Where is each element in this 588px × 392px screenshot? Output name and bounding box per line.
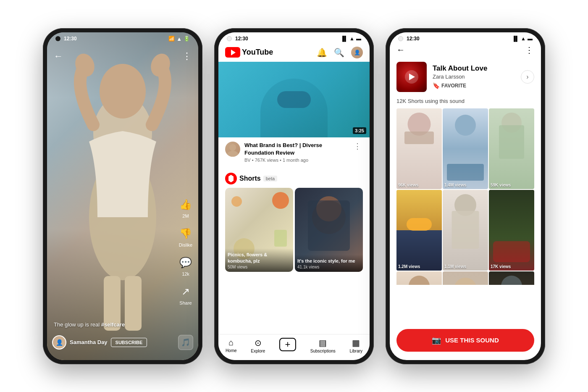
- short-thumb-1: Picnics, flowers & kombucha, plz 50M vie…: [225, 188, 293, 272]
- camera-dot-2: [227, 36, 232, 41]
- use-sound-label: USE THIS SOUND: [445, 337, 499, 344]
- short-title-2: It's the iconic style, for me: [297, 258, 360, 264]
- notification-icon[interactable]: 🔔: [317, 47, 327, 58]
- video-caption: The glow up is real #selfcare: [54, 321, 165, 328]
- status-bar-3: 12:30 ▐▌ ▲ ▬: [390, 32, 541, 43]
- sound-count-text: 12K Shorts using this sound: [396, 98, 465, 104]
- dislike-label: Dislike: [179, 242, 192, 247]
- library-label: Library: [350, 349, 363, 353]
- youtube-header: YouTube 🔔 🔍 👤: [218, 43, 370, 62]
- music-button[interactable]: 🎵: [178, 335, 193, 350]
- time-1: 12:30: [64, 36, 77, 42]
- subscribe-button[interactable]: SUBSCRIBE: [111, 338, 147, 347]
- nav-create[interactable]: +: [279, 338, 296, 353]
- status-icons-2: ▐▌ ▲ ▬: [341, 36, 361, 42]
- create-button[interactable]: +: [279, 338, 296, 351]
- grid-video-8[interactable]: [443, 271, 488, 285]
- grid-views-5: 1.1M views: [444, 264, 466, 269]
- channel-name: Samantha Day: [70, 339, 108, 345]
- grid-video-7[interactable]: [396, 271, 442, 285]
- grid-video-6[interactable]: 17K views: [489, 190, 534, 271]
- grid-video-9[interactable]: [489, 271, 534, 285]
- grid-video-3[interactable]: 59K views: [489, 108, 534, 189]
- home-icon: ⌂: [228, 338, 234, 347]
- grid-video-4[interactable]: 1.2M views: [396, 190, 442, 271]
- nav-explore[interactable]: ⊙ Explore: [251, 338, 265, 353]
- short-card-2[interactable]: It's the iconic style, for me 41.1k view…: [295, 188, 363, 272]
- bottom-nav: ⌂ Home ⊙ Explore + ▤ Subscriptions ▦ Lib…: [218, 334, 370, 360]
- library-icon: ▦: [352, 338, 360, 348]
- shorts-title: Shorts: [239, 175, 261, 182]
- fruit-orange-sm: [231, 196, 242, 207]
- shorts-beta: beta: [263, 176, 277, 182]
- fruit-orange-big: [272, 192, 289, 209]
- share-icon: ↗: [178, 284, 193, 299]
- video-info: What Brand is Best? | Diverse Foundation…: [218, 137, 370, 163]
- nav-subscriptions[interactable]: ▤ Subscriptions: [310, 338, 336, 353]
- like-count: 2M: [182, 213, 189, 218]
- home-label: Home: [226, 348, 237, 353]
- person-figure: [64, 49, 181, 335]
- explore-icon: ⊙: [255, 338, 262, 348]
- like-button[interactable]: 👍 2M: [178, 197, 193, 218]
- wifi-icon: ▲: [176, 36, 182, 42]
- yt-header-icons: 🔔 🔍 👤: [317, 47, 363, 58]
- grid-video-1[interactable]: 96K views: [396, 108, 442, 189]
- short-views-2: 41.1k views: [297, 265, 360, 269]
- status-icons-1: 📶 ▲ 🔋: [168, 36, 190, 42]
- camera-icon: 📷: [432, 336, 441, 345]
- nav-home[interactable]: ⌂ Home: [226, 338, 237, 353]
- nav-library[interactable]: ▦ Library: [350, 338, 363, 353]
- channel-avatar: 👤: [52, 335, 66, 350]
- video-title: What Brand is Best? | Diverse Foundation…: [244, 142, 348, 157]
- sound-artist: Zara Larsson: [433, 74, 515, 80]
- wifi-icon-2: ▲: [349, 36, 354, 42]
- yt-logo-icon: [225, 47, 240, 58]
- channel-row: 👤 Samantha Day SUBSCRIBE 🎵: [52, 335, 193, 350]
- comment-button[interactable]: 💬 12k: [178, 255, 193, 276]
- phone3-screen: 12:30 ▐▌ ▲ ▬ ← ⋮: [390, 32, 541, 360]
- share-button[interactable]: ↗ Share: [178, 284, 193, 305]
- youtube-logo: YouTube: [225, 47, 273, 58]
- back-button-3[interactable]: ←: [396, 45, 405, 55]
- grid-video-5[interactable]: 1.1M views: [443, 190, 488, 271]
- favorite-label: FAVORITE: [441, 83, 466, 89]
- share-label: Share: [179, 300, 192, 305]
- user-avatar[interactable]: 👤: [351, 47, 363, 58]
- sound-thumbnail: [396, 62, 427, 92]
- grid-views-4: 1.2M views: [398, 264, 420, 269]
- sound-header: ← ⋮: [390, 43, 541, 58]
- svg-point-7: [229, 144, 236, 151]
- short-thumb-2: It's the iconic style, for me 41.1k view…: [295, 188, 363, 272]
- status-bar-2: 12:30 ▐▌ ▲ ▬: [218, 32, 370, 43]
- duration-badge: 3:25: [353, 127, 366, 134]
- like-icon: 👍: [178, 197, 193, 212]
- video-more-button[interactable]: ⋮: [352, 142, 363, 163]
- shorts-grid: Picnics, flowers & kombucha, plz 50M vie…: [218, 188, 370, 272]
- next-button[interactable]: ›: [521, 70, 534, 84]
- phone-sound-page: 12:30 ▐▌ ▲ ▬ ← ⋮: [386, 28, 545, 364]
- svg-point-2: [100, 64, 146, 118]
- more-button-1[interactable]: ⋮: [182, 51, 192, 62]
- subscriptions-label: Subscriptions: [310, 349, 336, 353]
- dislike-icon: 👎: [178, 226, 193, 241]
- dislike-button[interactable]: 👎 Dislike: [178, 226, 193, 247]
- grid-views-1: 96K views: [398, 183, 418, 187]
- bookmark-icon: 🔖: [433, 82, 440, 89]
- favorite-button[interactable]: 🔖 FAVORITE: [433, 82, 515, 89]
- short-card-1[interactable]: Picnics, flowers & kombucha, plz 50M vie…: [225, 188, 293, 272]
- back-button-1[interactable]: ←: [54, 51, 63, 62]
- comment-count: 12k: [182, 271, 189, 276]
- search-icon[interactable]: 🔍: [334, 47, 344, 58]
- time-3: 12:30: [407, 36, 420, 42]
- play-circle[interactable]: [405, 70, 418, 84]
- phone2-screen: 12:30 ▐▌ ▲ ▬ YouTube 🔔 🔍: [218, 32, 370, 360]
- use-this-sound-button[interactable]: 📷 USE THIS SOUND: [396, 329, 534, 352]
- shorts-logo: [225, 173, 237, 184]
- more-button-3[interactable]: ⋮: [525, 45, 534, 55]
- yt-play-triangle: [231, 50, 236, 55]
- grid-video-2[interactable]: 1.4M views: [443, 108, 488, 189]
- video-meta: What Brand is Best? | Diverse Foundation…: [244, 142, 348, 163]
- camera-dot: [55, 36, 60, 41]
- battery-icon: 🔋: [184, 36, 190, 42]
